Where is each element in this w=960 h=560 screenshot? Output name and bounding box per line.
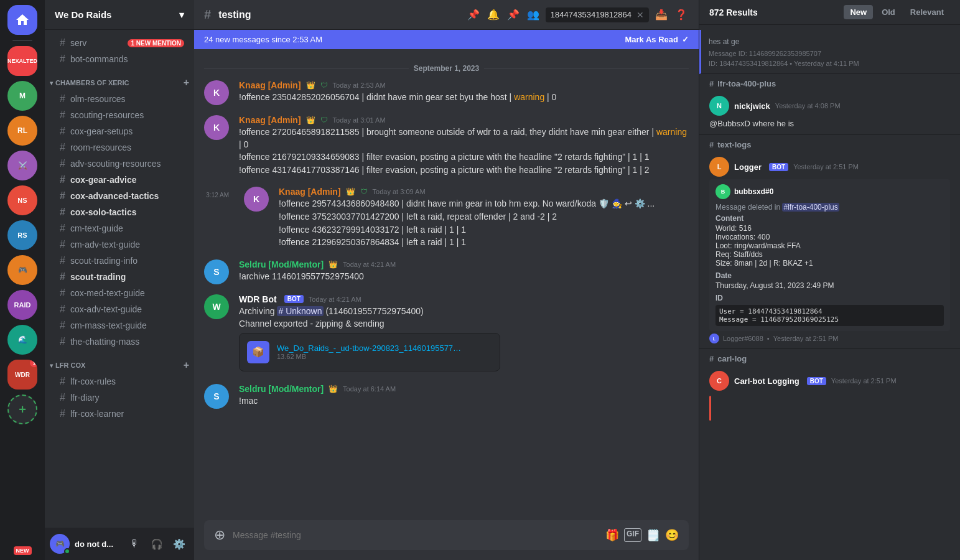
sidebar-item-cox-gear-advice[interactable]: # cox-gear-advice bbox=[50, 172, 189, 188]
avatar: S bbox=[204, 259, 229, 284]
file-icon: 📦 bbox=[247, 341, 269, 363]
hash-icon: # bbox=[60, 255, 65, 266]
mute-icon[interactable]: 🎙 bbox=[124, 534, 144, 554]
gif-icon[interactable]: GIF bbox=[624, 528, 641, 542]
sidebar-item-chatting-mass[interactable]: # the-chatting-mass bbox=[50, 334, 189, 350]
message-author[interactable]: Seldru [Mod/Mentor] bbox=[239, 384, 324, 394]
gift-icon[interactable]: 🎁 bbox=[605, 528, 619, 542]
server-icon-nexalted[interactable]: NEXALTED bbox=[7, 46, 37, 76]
server-icon-wdr[interactable]: WDR 1 bbox=[7, 360, 37, 390]
server-icon-footer[interactable]: + bbox=[7, 394, 37, 424]
inbox-icon[interactable]: 📥 bbox=[654, 7, 669, 22]
category-lfr-cox[interactable]: ▾ LFR COX + bbox=[45, 350, 194, 373]
sidebar-item-cox-gear-setups[interactable]: # cox-gear-setups bbox=[50, 123, 189, 139]
message-author[interactable]: Seldru [Mod/Mentor] bbox=[239, 259, 324, 269]
crown-icon: 👑 bbox=[329, 260, 338, 269]
sticker-icon[interactable]: 🗒️ bbox=[646, 528, 660, 542]
hash-icon: # bbox=[709, 354, 714, 363]
result-channel-header: # lfr-toa-400-plus bbox=[699, 74, 960, 91]
sidebar-item-bot-commands[interactable]: # bot-commands bbox=[50, 51, 189, 67]
server-icon-rl[interactable]: RL bbox=[7, 116, 37, 146]
sidebar-item-cm-mass-text-guide[interactable]: # cm-mass-text-guide bbox=[50, 317, 189, 334]
message-group: S Seldru [Mod/Mentor] 👑 Today at 4:21 AM… bbox=[194, 257, 699, 287]
sidebar-item-cox-adv-text-guide[interactable]: # cox-adv-text-guide bbox=[50, 301, 189, 317]
message-text: !archive 1146019557752975400 bbox=[239, 271, 689, 283]
sidebar-item-cox-solo-tactics[interactable]: # cox-solo-tactics bbox=[50, 204, 189, 220]
header-icons: 📌 🔔 📌 👥 184474353419812864 ✕ 📥 ❓ bbox=[466, 7, 689, 22]
hash-icon: # bbox=[60, 37, 65, 49]
sidebar-item-scout-trading[interactable]: # scout-trading bbox=[50, 269, 189, 285]
search-bar-header[interactable]: 184474353419812864 ✕ bbox=[546, 7, 649, 22]
message-input-box: ⊕ 🎁 GIF 🗒️ 😊 bbox=[204, 520, 689, 550]
message-author[interactable]: Knaag [Admin] bbox=[279, 187, 341, 197]
file-attachment: 📦 We_Do_Raids_-_ud-tbow-290823_114601955… bbox=[239, 333, 500, 371]
tab-old[interactable]: Old bbox=[875, 5, 902, 19]
members-icon[interactable]: 👥 bbox=[526, 7, 541, 22]
message-content: Knaag [Admin] 👑 🛡 Today at 3:01 AM !offe… bbox=[239, 115, 689, 177]
notifications-icon[interactable]: 🔔 bbox=[486, 7, 501, 22]
hash-icon: # bbox=[60, 287, 65, 299]
help-icon[interactable]: ❓ bbox=[674, 7, 689, 22]
channel-mention[interactable]: # Unknown bbox=[277, 306, 323, 316]
messages-container: September 1, 2023 K Knaag [Admin] 👑 🛡 To… bbox=[194, 49, 699, 520]
message-header: Knaag [Admin] 👑 🛡 Today at 2:53 AM bbox=[239, 80, 689, 90]
tab-relevant[interactable]: Relevant bbox=[904, 5, 950, 19]
sidebar-item-scouting-resources[interactable]: # scouting-resources bbox=[50, 107, 189, 123]
hash-icon: # bbox=[60, 376, 65, 387]
message-content: Seldru [Mod/Mentor] 👑 Today at 4:21 AM !… bbox=[239, 259, 689, 284]
hash-icon: # bbox=[709, 79, 714, 88]
new-badge-bottom: NEW bbox=[14, 546, 32, 555]
server-icon-teal[interactable]: 🌊 bbox=[7, 325, 37, 355]
channel-header: # testing 📌 🔔 📌 👥 184474353419812864 ✕ 📥… bbox=[194, 0, 699, 30]
sidebar-item-lfr-diary[interactable]: # lfr-diary bbox=[50, 390, 189, 406]
sidebar-item-lfr-cox-learner[interactable]: # lfr-cox-learner bbox=[50, 406, 189, 422]
sidebar-item-adv-scouting[interactable]: # adv-scouting-resources bbox=[50, 156, 189, 172]
deleted-in-channel[interactable]: #lfr-toa-400-plus bbox=[782, 203, 839, 212]
search-clear-icon[interactable]: ✕ bbox=[636, 10, 644, 20]
message-author[interactable]: Knaag [Admin] bbox=[239, 115, 301, 125]
crown-icon: 👑 bbox=[329, 385, 338, 393]
tab-new[interactable]: New bbox=[844, 5, 873, 19]
sidebar-item-lfr-cox-rules[interactable]: # lfr-cox-rules bbox=[50, 373, 189, 390]
context-text: hes at ge bbox=[709, 35, 950, 49]
sidebar-item-olm-resources[interactable]: # olm-resources bbox=[50, 91, 189, 107]
sidebar-item-serv[interactable]: # serv 1 NEW MENTION bbox=[50, 35, 189, 51]
category-chambers[interactable]: ▾ CHAMBERS OF XERIC + bbox=[45, 67, 194, 91]
add-attachment-icon[interactable]: ⊕ bbox=[214, 527, 225, 543]
message-input[interactable] bbox=[233, 530, 598, 540]
avatar: K bbox=[204, 115, 229, 140]
sidebar-item-scout-trading-info[interactable]: # scout-trading-info bbox=[50, 253, 189, 269]
mark-as-read-button[interactable]: Mark As Read ✓ bbox=[625, 35, 689, 44]
id-code-block: User = 184474353419812864 Message = 1146… bbox=[715, 305, 944, 326]
deafen-icon[interactable]: 🎧 bbox=[147, 534, 167, 554]
message-content: Knaag [Admin] 👑 🛡 Today at 3:09 AM !offe… bbox=[279, 187, 689, 249]
server-icon-orange[interactable]: 🎮 bbox=[7, 255, 37, 285]
threads-icon[interactable]: 📌 bbox=[466, 7, 481, 22]
server-icon-ns[interactable]: NS bbox=[7, 185, 37, 215]
sidebar-item-cm-text-guide[interactable]: # cm-text-guide bbox=[50, 220, 189, 236]
server-icon-rs[interactable]: RS bbox=[7, 220, 37, 250]
message-author[interactable]: WDR Bot bbox=[239, 294, 277, 304]
message-author[interactable]: Knaag [Admin] bbox=[239, 80, 301, 90]
pin-icon[interactable]: 📌 bbox=[506, 7, 521, 22]
continuation-timestamp: 3:12 AM bbox=[204, 187, 229, 249]
add-lfr-channel-icon[interactable]: + bbox=[184, 360, 189, 371]
hash-icon: # bbox=[60, 54, 65, 65]
sidebar-item-cox-advanced-tactics[interactable]: # cox-advanced-tactics bbox=[50, 188, 189, 204]
hash-icon: # bbox=[60, 304, 65, 315]
shield-icon: 🛡 bbox=[320, 81, 328, 90]
sidebar-item-cox-med-text-guide[interactable]: # cox-med-text-guide bbox=[50, 285, 189, 301]
sidebar: We Do Raids ▾ # serv 1 NEW MENTION # bot… bbox=[45, 0, 194, 560]
search-panel: 872 Results New Old Relevant hes at ge M… bbox=[699, 0, 960, 560]
add-channel-icon[interactable]: + bbox=[184, 77, 189, 88]
server-icon-raid[interactable]: RAID bbox=[7, 290, 37, 320]
settings-icon[interactable]: ⚙️ bbox=[169, 534, 189, 554]
server-icon-purple[interactable]: ⚔️ bbox=[7, 151, 37, 180]
sidebar-item-room-resources[interactable]: # room-resources bbox=[50, 139, 189, 156]
home-server-icon[interactable] bbox=[7, 5, 37, 35]
emoji-icon[interactable]: 😊 bbox=[665, 528, 679, 542]
server-name[interactable]: We Do Raids ▾ bbox=[45, 0, 194, 30]
server-icon-m[interactable]: M bbox=[7, 81, 37, 111]
sidebar-item-cm-adv-text-guide[interactable]: # cm-adv-text-guide bbox=[50, 236, 189, 253]
avatar: S bbox=[204, 384, 229, 409]
